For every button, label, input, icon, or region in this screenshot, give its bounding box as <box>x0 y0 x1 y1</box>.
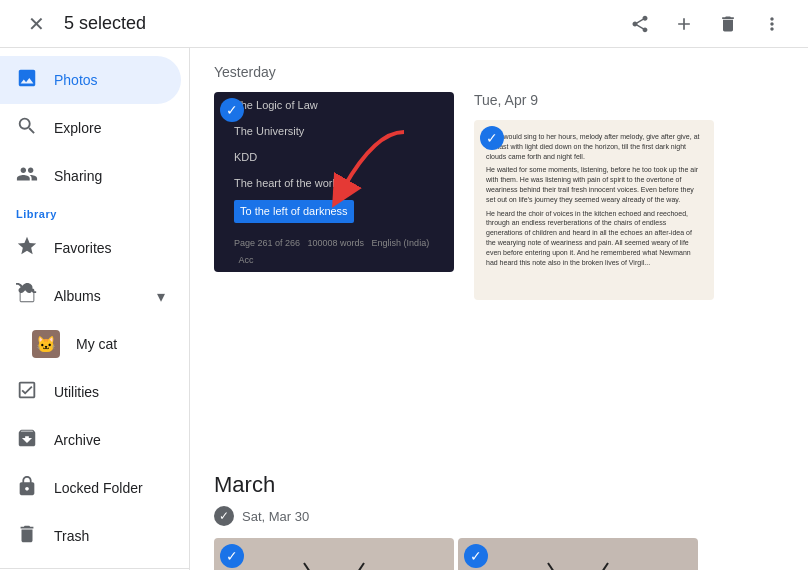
more-options-button[interactable] <box>752 4 792 44</box>
svg-line-5 <box>598 563 608 570</box>
close-button[interactable]: ✕ <box>16 4 56 44</box>
book-title-2: The University <box>234 122 304 142</box>
march-heading: March <box>214 472 784 498</box>
bag-2-svg <box>488 558 668 570</box>
sidebar-divider <box>0 568 189 569</box>
selection-count: 5 selected <box>64 13 620 34</box>
sidebar-item-photos[interactable]: Photos <box>0 56 181 104</box>
tue-apr-9-section: Tue, Apr 9 ✓ They would sing to her hour… <box>474 92 714 300</box>
sidebar-item-trash[interactable]: Trash <box>0 512 181 560</box>
photo-book-page[interactable]: ✓ They would sing to her hours, melody a… <box>474 120 714 300</box>
content-area: Yesterday ✓ The Logic of Law The Univers… <box>190 48 808 570</box>
explore-label: Explore <box>54 120 101 136</box>
photo-book-list[interactable]: ✓ The Logic of Law The University KDD Th… <box>214 92 454 272</box>
header-actions <box>620 4 792 44</box>
delete-button[interactable] <box>708 4 748 44</box>
svg-line-2 <box>354 563 364 570</box>
header: ✕ 5 selected <box>0 0 808 48</box>
explore-icon <box>16 115 38 142</box>
locked-folder-icon <box>16 475 38 502</box>
book-footer: Page 261 of 266 100008 words English (In… <box>234 235 434 267</box>
sidebar-item-utilities[interactable]: Utilities <box>0 368 181 416</box>
archive-label: Archive <box>54 432 101 448</box>
sidebar-item-my-cat[interactable]: 🐱 My cat <box>0 320 181 368</box>
albums-expand-icon: ▾ <box>157 287 165 306</box>
locked-folder-label: Locked Folder <box>54 480 143 496</box>
yesterday-label: Yesterday <box>214 64 784 80</box>
utilities-icon <box>16 379 38 406</box>
sidebar-item-albums[interactable]: Albums ▾ <box>0 272 181 320</box>
photo-bag-1-content <box>214 538 454 570</box>
svg-line-4 <box>548 563 558 570</box>
utilities-label: Utilities <box>54 384 99 400</box>
favorites-icon <box>16 235 38 262</box>
main-layout: Photos Explore Sharing Library Favorites <box>0 48 808 570</box>
sat-mar-30-label: Sat, Mar 30 <box>242 509 309 524</box>
book-title-1: The Logic of Law <box>234 96 318 116</box>
sidebar-item-favorites[interactable]: Favorites <box>0 224 181 272</box>
sat-mar-30-row: ✓ Sat, Mar 30 <box>214 506 784 526</box>
sidebar-item-explore[interactable]: Explore <box>0 104 181 152</box>
sidebar: Photos Explore Sharing Library Favorites <box>0 48 190 570</box>
photo-bag-1-check: ✓ <box>220 544 244 568</box>
photo-bag-1[interactable]: ✓ <box>214 538 454 570</box>
photo-book-list-check: ✓ <box>220 98 244 122</box>
book-title-4: The heart of the world <box>234 174 341 194</box>
albums-label: Albums <box>54 288 101 304</box>
sidebar-item-archive[interactable]: Archive <box>0 416 181 464</box>
archive-icon <box>16 427 38 454</box>
photo-bag-2-check: ✓ <box>464 544 488 568</box>
sat-mar-30-check: ✓ <box>214 506 234 526</box>
bag-1-svg <box>244 558 424 570</box>
march-section: March ✓ Sat, Mar 30 ✓ <box>214 472 784 570</box>
favorites-label: Favorites <box>54 240 112 256</box>
photo-book-page-check: ✓ <box>480 126 504 150</box>
photo-bag-2-content <box>458 538 698 570</box>
trash-icon <box>16 523 38 550</box>
photo-bag-2[interactable]: ✓ <box>458 538 698 570</box>
albums-icon <box>16 283 38 310</box>
trash-label: Trash <box>54 528 89 544</box>
photo-book-page-content: They would sing to her hours, melody aft… <box>474 120 714 300</box>
book-title-5-selected: To the left of darkness <box>234 200 354 224</box>
sharing-label: Sharing <box>54 168 102 184</box>
my-cat-thumb: 🐱 <box>32 330 60 358</box>
sharing-icon <box>16 163 38 190</box>
sidebar-item-sharing[interactable]: Sharing <box>0 152 181 200</box>
photos-label: Photos <box>54 72 98 88</box>
book-title-3: KDD <box>234 148 257 168</box>
march-photos-grid: ✓ <box>214 538 784 570</box>
share-button[interactable] <box>620 4 660 44</box>
my-cat-label: My cat <box>76 336 117 352</box>
yesterday-photos-grid: ✓ The Logic of Law The University KDD Th… <box>214 92 784 272</box>
library-section-label: Library <box>0 200 189 224</box>
photo-book-list-content: The Logic of Law The University KDD The … <box>214 92 454 272</box>
tue-apr-9-label: Tue, Apr 9 <box>474 92 714 108</box>
photos-icon <box>16 67 38 94</box>
sidebar-item-locked-folder[interactable]: Locked Folder <box>0 464 181 512</box>
svg-line-1 <box>304 563 314 570</box>
add-button[interactable] <box>664 4 704 44</box>
